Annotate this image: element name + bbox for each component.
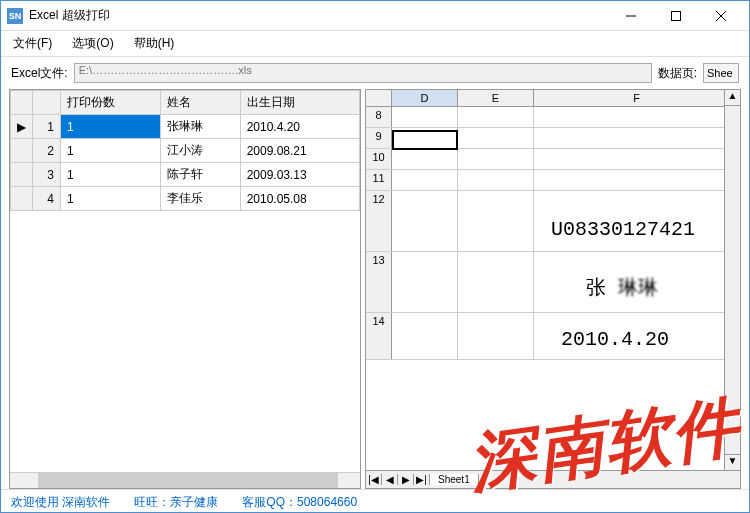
row-pointer bbox=[11, 163, 33, 187]
cell[interactable] bbox=[392, 170, 458, 190]
nav-next-icon[interactable]: ▶ bbox=[398, 474, 414, 485]
cell[interactable] bbox=[392, 128, 458, 148]
cell[interactable] bbox=[458, 107, 534, 127]
sheet-row[interactable]: 14 bbox=[366, 313, 740, 360]
cell[interactable] bbox=[458, 149, 534, 169]
col-header-D[interactable]: D bbox=[392, 90, 458, 106]
cell-birth[interactable]: 2010.05.08 bbox=[240, 187, 359, 211]
maximize-button[interactable] bbox=[653, 1, 698, 31]
cell[interactable] bbox=[458, 313, 534, 359]
sheet-row[interactable]: 9 bbox=[366, 128, 740, 149]
preview-panel: D E F 891011121314 U08330127421 张 琳琳 201… bbox=[365, 89, 741, 489]
status-welcome[interactable]: 欢迎使用 深南软件 bbox=[11, 494, 110, 511]
close-button[interactable] bbox=[698, 1, 743, 31]
row-header[interactable]: 11 bbox=[366, 170, 392, 190]
row-number: 4 bbox=[33, 187, 61, 211]
titlebar: SN Excel 超级打印 bbox=[1, 1, 749, 31]
file-path-input[interactable]: E:\………………………………….xls bbox=[74, 63, 652, 83]
table-row[interactable]: 4 1 李佳乐 2010.05.08 bbox=[11, 187, 360, 211]
row-number-header bbox=[33, 91, 61, 115]
statusbar: 欢迎使用 深南软件 旺旺：亲子健康 客服QQ：508064660 bbox=[1, 489, 749, 513]
cell-copies[interactable]: 1 bbox=[61, 187, 161, 211]
cell-copies[interactable]: 1 bbox=[61, 163, 161, 187]
cell-name[interactable]: 李佳乐 bbox=[160, 187, 240, 211]
scroll-down-icon[interactable]: ▼ bbox=[725, 454, 740, 470]
row-number: 3 bbox=[33, 163, 61, 187]
cell[interactable] bbox=[392, 191, 458, 251]
row-pointer: ▶ bbox=[11, 115, 33, 139]
menu-help[interactable]: 帮助(H) bbox=[134, 35, 175, 52]
table-row[interactable]: ▶ 1 1 张琳琳 2010.4.20 bbox=[11, 115, 360, 139]
cell-birth[interactable]: 2009.08.21 bbox=[240, 139, 359, 163]
col-name[interactable]: 姓名 bbox=[160, 91, 240, 115]
status-wangwang: 旺旺：亲子健康 bbox=[134, 494, 218, 511]
cell-name[interactable]: 陈子轩 bbox=[160, 163, 240, 187]
cell[interactable] bbox=[534, 128, 740, 148]
table-row[interactable]: 3 1 陈子轩 2009.03.13 bbox=[11, 163, 360, 187]
cell-name[interactable]: 江小涛 bbox=[160, 139, 240, 163]
vertical-scrollbar[interactable]: ▲ ▼ bbox=[724, 90, 740, 470]
menu-options[interactable]: 选项(O) bbox=[72, 35, 113, 52]
scroll-up-icon[interactable]: ▲ bbox=[725, 90, 740, 106]
table-row[interactable]: 2 1 江小涛 2009.08.21 bbox=[11, 139, 360, 163]
row-header[interactable]: 13 bbox=[366, 252, 392, 312]
cell[interactable] bbox=[458, 252, 534, 312]
col-copies[interactable]: 打印份数 bbox=[61, 91, 161, 115]
sheet-row[interactable]: 10 bbox=[366, 149, 740, 170]
sheet-nav: |◀ ◀ ▶ ▶| Sheet1 bbox=[366, 470, 740, 488]
corner-cell[interactable] bbox=[366, 90, 392, 106]
cell[interactable] bbox=[458, 128, 534, 148]
cell[interactable] bbox=[392, 313, 458, 359]
datapage-label: 数据页: bbox=[658, 65, 697, 82]
sheet-row[interactable]: 11 bbox=[366, 170, 740, 191]
row-pointer-header bbox=[11, 91, 33, 115]
cell-birth[interactable]: 2009.03.13 bbox=[240, 163, 359, 187]
row-number: 2 bbox=[33, 139, 61, 163]
row-number: 1 bbox=[33, 115, 61, 139]
cell[interactable] bbox=[534, 107, 740, 127]
preview-date: 2010.4.20 bbox=[561, 328, 669, 351]
sheet-row[interactable]: 8 bbox=[366, 107, 740, 128]
row-pointer bbox=[11, 139, 33, 163]
svg-rect-1 bbox=[671, 11, 680, 20]
window-title: Excel 超级打印 bbox=[29, 7, 608, 24]
cell[interactable] bbox=[392, 107, 458, 127]
cell[interactable] bbox=[534, 170, 740, 190]
cell[interactable] bbox=[458, 191, 534, 251]
row-header[interactable]: 9 bbox=[366, 128, 392, 148]
cell[interactable] bbox=[534, 149, 740, 169]
sheet-row[interactable]: 13 bbox=[366, 252, 740, 313]
nav-prev-icon[interactable]: ◀ bbox=[382, 474, 398, 485]
spreadsheet-preview[interactable]: D E F 891011121314 U08330127421 张 琳琳 201… bbox=[366, 90, 740, 470]
horizontal-scrollbar[interactable] bbox=[10, 472, 360, 488]
status-qq: 客服QQ：508064660 bbox=[242, 494, 357, 511]
col-header-E[interactable]: E bbox=[458, 90, 534, 106]
cell-copies[interactable]: 1 bbox=[61, 139, 161, 163]
data-grid[interactable]: 打印份数 姓名 出生日期 ▶ 1 1 张琳琳 2010.4.20 2 1 江小涛… bbox=[10, 90, 360, 472]
row-header[interactable]: 8 bbox=[366, 107, 392, 127]
nav-last-icon[interactable]: ▶| bbox=[414, 474, 430, 485]
row-header[interactable]: 14 bbox=[366, 313, 392, 359]
minimize-button[interactable] bbox=[608, 1, 653, 31]
preview-name: 张 琳琳 bbox=[586, 274, 658, 301]
file-row: Excel文件: E:\………………………………….xls 数据页: Shee bbox=[1, 57, 749, 89]
row-pointer bbox=[11, 187, 33, 211]
data-table-panel: 打印份数 姓名 出生日期 ▶ 1 1 张琳琳 2010.4.20 2 1 江小涛… bbox=[9, 89, 361, 489]
menu-file[interactable]: 文件(F) bbox=[13, 35, 52, 52]
row-header[interactable]: 12 bbox=[366, 191, 392, 251]
cell[interactable] bbox=[392, 149, 458, 169]
row-header[interactable]: 10 bbox=[366, 149, 392, 169]
cell-copies[interactable]: 1 bbox=[61, 115, 161, 139]
nav-first-icon[interactable]: |◀ bbox=[366, 474, 382, 485]
cell-name[interactable]: 张琳琳 bbox=[160, 115, 240, 139]
cell[interactable] bbox=[458, 170, 534, 190]
col-birth[interactable]: 出生日期 bbox=[240, 91, 359, 115]
file-label: Excel文件: bbox=[11, 65, 68, 82]
menubar: 文件(F) 选项(O) 帮助(H) bbox=[1, 31, 749, 57]
preview-code: U08330127421 bbox=[551, 218, 695, 241]
col-header-F[interactable]: F bbox=[534, 90, 740, 106]
cell-birth[interactable]: 2010.4.20 bbox=[240, 115, 359, 139]
cell[interactable] bbox=[392, 252, 458, 312]
sheet-tab[interactable]: Sheet1 bbox=[430, 474, 479, 485]
sheet-select[interactable]: Shee bbox=[703, 63, 739, 83]
